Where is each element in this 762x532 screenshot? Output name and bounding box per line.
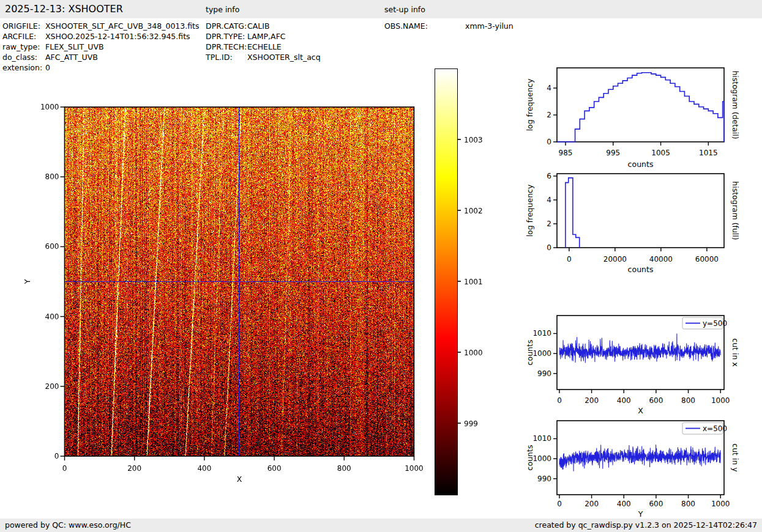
type-info-heading: type info <box>206 5 239 14</box>
x-tick-label: 0 <box>567 255 572 264</box>
right-axis-label: histogram (detail) <box>731 70 740 139</box>
x-tick-label: 400 <box>197 464 211 473</box>
colorbar-tick-label: 1002 <box>464 207 483 215</box>
y-axis-label: log frequency <box>525 78 534 131</box>
meta-row: DPR.TECH:ECHELLE <box>206 42 321 52</box>
meta-value: xmm-3-yilun <box>465 21 514 31</box>
x-tick-label: 200 <box>585 396 599 405</box>
x-tick-label: 995 <box>606 149 620 157</box>
meta-value: XSHOO.2025-12-14T01:56:32.945.fits <box>45 32 190 41</box>
meta-label: raw_type: <box>2 42 45 52</box>
y-tick-label: 6 <box>547 172 551 180</box>
y-tick-label: 1010 <box>532 329 551 338</box>
x-tick-label: 600 <box>649 396 663 405</box>
histogram-full-plot: 02000040000600000246countslog frequencyh… <box>517 168 762 278</box>
meta-label: OBS.NAME: <box>384 21 465 31</box>
meta-label: extension: <box>2 62 45 73</box>
plot-hist_detail-frame: 98599510051015024countslog frequencyhist… <box>525 68 740 169</box>
footer-left-text: powered by QC: www.eso.org/HC <box>5 520 131 530</box>
y-tick-label: 200 <box>45 382 59 391</box>
x-tick-label: 400 <box>617 500 631 508</box>
y-tick-label: 0 <box>547 243 551 252</box>
legend-label: x=500 <box>703 424 727 433</box>
meta-row: raw_type:FLEX_SLIT_UVB <box>2 42 200 52</box>
y-tick-label: 400 <box>45 312 59 321</box>
x-tick-label: 600 <box>267 464 282 473</box>
y-tick-label: 1010 <box>532 434 551 443</box>
x-axis-label: counts <box>628 265 654 274</box>
hist_full-series <box>566 178 580 248</box>
plot-cut_x-frame: 0200400600800100099010001010Xcountscut i… <box>525 316 740 415</box>
meta-value: AFC_ATT_UVB <box>45 53 98 62</box>
cut-in-y-plot: 0200400600800100099010001010Ycountscut i… <box>517 415 762 522</box>
x-tick-label: 200 <box>127 464 141 473</box>
y-tick-label: 990 <box>537 475 551 483</box>
x-tick-label: 1000 <box>711 396 730 405</box>
right-axis-label: histogram (full) <box>731 181 740 240</box>
meta-label: DPR.TYPE: <box>206 31 247 42</box>
y-tick-label: 1000 <box>532 454 551 463</box>
y-axis-label: counts <box>525 340 534 366</box>
meta-row: extension:0 <box>2 62 200 73</box>
y-tick-label: 0 <box>54 452 59 460</box>
meta-label: DPR.CATG: <box>206 21 247 31</box>
x-tick-label: 0 <box>557 500 562 508</box>
page-title: 2025-12-13: XSHOOTER <box>5 3 123 15</box>
x-tick-label: 1000 <box>405 464 424 473</box>
meta-row: ARCFILE:XSHOO.2025-12-14T01:56:32.945.fi… <box>2 31 200 42</box>
y-axis-label: Y <box>23 279 32 284</box>
meta-value: XSHOOTER_SLT_AFC_UVB_348_0013.fits <box>45 21 200 31</box>
x-axis-label: Y <box>638 509 643 519</box>
y-tick-label: 800 <box>45 172 59 181</box>
x-tick-label: 1000 <box>711 500 730 508</box>
meta-label: do_class: <box>2 52 45 62</box>
meta-label: DPR.TECH: <box>206 42 247 52</box>
x-axis-label: counts <box>628 160 654 169</box>
x-tick-label: 1015 <box>699 149 718 157</box>
meta-row: TPL.ID:XSHOOTER_slt_acq <box>206 52 321 62</box>
meta-value: LAMP,AFC <box>247 32 286 41</box>
detector-axes: 0200400600800100002004006008001000XY <box>0 79 496 495</box>
main-axes-frame: 0200400600800100002004006008001000XY <box>23 103 424 484</box>
x-tick-label: 800 <box>681 396 695 405</box>
type-info-list: DPR.CATG:CALIBDPR.TYPE:LAMP,AFCDPR.TECH:… <box>206 21 321 62</box>
y-axis-label: counts <box>525 445 534 471</box>
x-tick-label: 800 <box>337 464 351 473</box>
x-tick-label: 0 <box>557 396 562 405</box>
meta-value: ECHELLE <box>247 42 282 51</box>
x-tick-label: 60000 <box>695 255 719 264</box>
colorbar-tick-label: 999 <box>464 419 478 428</box>
y-tick-label: 1000 <box>532 349 551 358</box>
x-axis-label: X <box>638 406 643 415</box>
meta-row: DPR.CATG:CALIB <box>206 21 321 31</box>
plot-cut_y-frame: 0200400600800100099010001010Ycountscut i… <box>525 421 740 519</box>
legend: x=500 <box>682 423 727 434</box>
x-tick-label: 800 <box>681 500 695 508</box>
x-tick-label: 400 <box>617 396 631 405</box>
right-axis-label: cut in x <box>731 338 740 366</box>
meta-value: FLEX_SLIT_UVB <box>45 42 104 51</box>
x-tick-label: 1005 <box>651 149 670 157</box>
y-tick-label: 2 <box>547 220 551 228</box>
y-tick-label: 4 <box>547 84 551 92</box>
x-tick-label: 20000 <box>603 255 627 264</box>
hist_detail-series <box>557 73 724 142</box>
legend: y=500 <box>682 317 727 329</box>
x-tick-label: 985 <box>559 149 573 157</box>
cut_y-series <box>559 445 720 471</box>
cut_x-series <box>559 334 720 363</box>
meta-label: ORIGFILE: <box>2 21 45 31</box>
meta-value: XSHOOTER_slt_acq <box>247 53 321 62</box>
meta-row: do_class:AFC_ATT_UVB <box>2 52 200 62</box>
colorbar-ticks: 9991000100110021003 <box>457 68 506 497</box>
legend-label: y=500 <box>703 319 727 328</box>
meta-value: 0 <box>45 63 50 72</box>
y-axis-label: log frequency <box>525 184 534 237</box>
y-tick-label: 2 <box>547 111 551 119</box>
colorbar-tick-label: 1001 <box>464 278 483 286</box>
file-info-list: ORIGFILE:XSHOOTER_SLT_AFC_UVB_348_0013.f… <box>2 21 200 73</box>
meta-row: DPR.TYPE:LAMP,AFC <box>206 31 321 42</box>
y-tick-label: 1000 <box>40 103 59 111</box>
meta-label: ARCFILE: <box>2 31 45 42</box>
setup-info-heading: set-up info <box>384 5 425 14</box>
